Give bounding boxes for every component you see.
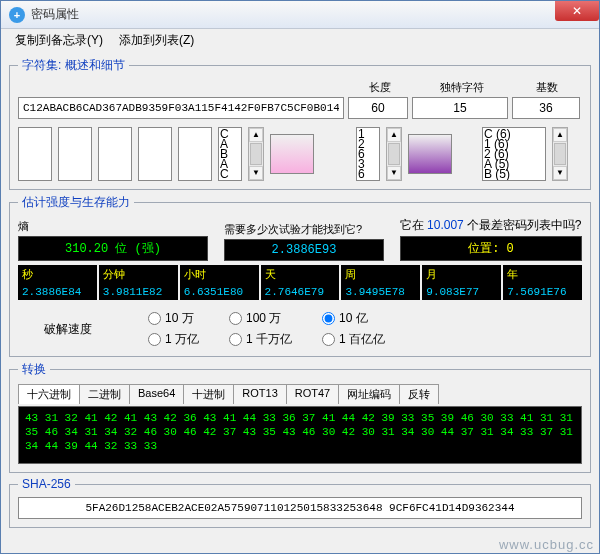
histogram-slot-4 — [178, 127, 212, 181]
sec-value: 2.3886E84 — [18, 284, 97, 300]
day-header: 天 — [261, 265, 340, 284]
tab-binary[interactable]: 二进制 — [79, 384, 130, 404]
convert-group: 转换 十六进制 二进制 Base64 十进制 ROT13 ROT47 网址编码 … — [9, 361, 591, 473]
day-value: 2.7646E79 — [261, 284, 340, 300]
charset-legend: 字符集: 概述和细节 — [18, 57, 129, 74]
worst-list-position: 位置: 0 — [400, 236, 582, 261]
speed-radio-100w[interactable]: 100 万 — [229, 310, 292, 327]
convert-legend: 转换 — [18, 361, 50, 378]
color-swatch-1 — [270, 134, 314, 174]
tab-hex[interactable]: 十六进制 — [18, 384, 80, 404]
tries-label: 需要多少次试验才能找到它? — [224, 222, 384, 237]
histogram-slot-3 — [138, 127, 172, 181]
char-list-2[interactable]: 1 2 6 3 6 — [356, 127, 380, 181]
tab-rot47[interactable]: ROT47 — [286, 384, 339, 404]
yr-value: 7.5691E76 — [503, 284, 582, 300]
strength-legend: 估计强度与生存能力 — [18, 194, 134, 211]
tries-value: 2.3886E93 — [224, 239, 384, 261]
scroll-up-icon[interactable]: ▲ — [387, 128, 401, 142]
charset-group: 字符集: 概述和细节 长度 独特字符 基数 C — [9, 57, 591, 190]
sha-value[interactable] — [18, 497, 582, 519]
min-header: 分钟 — [99, 265, 178, 284]
speed-radio-1wy[interactable]: 1 万亿 — [148, 331, 199, 348]
wk-value: 3.9495E78 — [341, 284, 420, 300]
histogram-slot-1 — [58, 127, 92, 181]
scroll-thumb[interactable] — [250, 143, 262, 165]
unique-label: 独特字符 — [412, 80, 512, 95]
mo-value: 9.083E77 — [422, 284, 501, 300]
password-input[interactable] — [18, 97, 344, 119]
unique-input[interactable] — [412, 97, 508, 119]
tab-urlencode[interactable]: 网址编码 — [338, 384, 400, 404]
scroll-thumb[interactable] — [554, 143, 566, 165]
min-value: 3.9811E82 — [99, 284, 178, 300]
wk-header: 周 — [341, 265, 420, 284]
mo-header: 月 — [422, 265, 501, 284]
sha-legend: SHA-256 — [18, 477, 75, 491]
sha-group: SHA-256 — [9, 477, 591, 528]
window-title: 密码属性 — [31, 6, 79, 23]
watermark: www.ucbug.cc — [499, 537, 594, 552]
tab-reverse[interactable]: 反转 — [399, 384, 439, 404]
scroll-up-icon[interactable]: ▲ — [553, 128, 567, 142]
char-freq-list[interactable]: C (6) 1 (6) 2 (6) A (5) B (5) — [482, 127, 546, 181]
length-input[interactable] — [348, 97, 408, 119]
speed-radio-10w[interactable]: 10 万 — [148, 310, 199, 327]
radix-label: 基数 — [512, 80, 582, 95]
worst-list-label: 它在 10.007 个最差密码列表中吗? — [400, 217, 582, 234]
histogram-slot-0 — [18, 127, 52, 181]
close-icon: ✕ — [572, 4, 582, 18]
length-label: 长度 — [348, 80, 412, 95]
close-button[interactable]: ✕ — [555, 1, 599, 21]
hr-header: 小时 — [180, 265, 259, 284]
hr-value: 6.6351E80 — [180, 284, 259, 300]
titlebar: + 密码属性 ✕ — [1, 1, 599, 29]
scroll-up-icon[interactable]: ▲ — [249, 128, 263, 142]
scrollbar-1[interactable]: ▲ ▼ — [248, 127, 264, 181]
crack-time-grid: 秒2.3886E84 分钟3.9811E82 小时6.6351E80 天2.76… — [18, 265, 582, 300]
menu-add-list[interactable]: 添加到列表(Z) — [113, 30, 200, 51]
tab-base64[interactable]: Base64 — [129, 384, 184, 404]
speed-radio-1qwy[interactable]: 1 千万亿 — [229, 331, 292, 348]
entropy-label: 熵 — [18, 219, 208, 234]
scroll-thumb[interactable] — [388, 143, 400, 165]
color-swatch-2 — [408, 134, 452, 174]
scrollbar-2[interactable]: ▲ ▼ — [386, 127, 402, 181]
scroll-down-icon[interactable]: ▼ — [387, 166, 401, 180]
menubar: 复制到备忘录(Y) 添加到列表(Z) — [1, 29, 599, 51]
radix-input[interactable] — [512, 97, 580, 119]
tab-rot13[interactable]: ROT13 — [233, 384, 286, 404]
char-list-1[interactable]: C A B A C — [218, 127, 242, 181]
scrollbar-3[interactable]: ▲ ▼ — [552, 127, 568, 181]
menu-copy-memo[interactable]: 复制到备忘录(Y) — [9, 30, 109, 51]
histogram-slot-2 — [98, 127, 132, 181]
entropy-value: 310.20 位 (强) — [18, 236, 208, 261]
app-icon: + — [9, 7, 25, 23]
crack-speed-label: 破解速度 — [18, 321, 118, 338]
hex-output[interactable]: 43 31 32 41 42 41 43 42 36 43 41 44 33 3… — [18, 406, 582, 464]
scroll-down-icon[interactable]: ▼ — [249, 166, 263, 180]
scroll-down-icon[interactable]: ▼ — [553, 166, 567, 180]
strength-group: 估计强度与生存能力 熵 310.20 位 (强) 需要多少次试验才能找到它? 2… — [9, 194, 591, 357]
convert-tabs: 十六进制 二进制 Base64 十进制 ROT13 ROT47 网址编码 反转 — [18, 384, 582, 404]
tab-decimal[interactable]: 十进制 — [183, 384, 234, 404]
speed-radio-10y[interactable]: 10 亿 — [322, 310, 385, 327]
sec-header: 秒 — [18, 265, 97, 284]
speed-radio-1byy[interactable]: 1 百亿亿 — [322, 331, 385, 348]
yr-header: 年 — [503, 265, 582, 284]
